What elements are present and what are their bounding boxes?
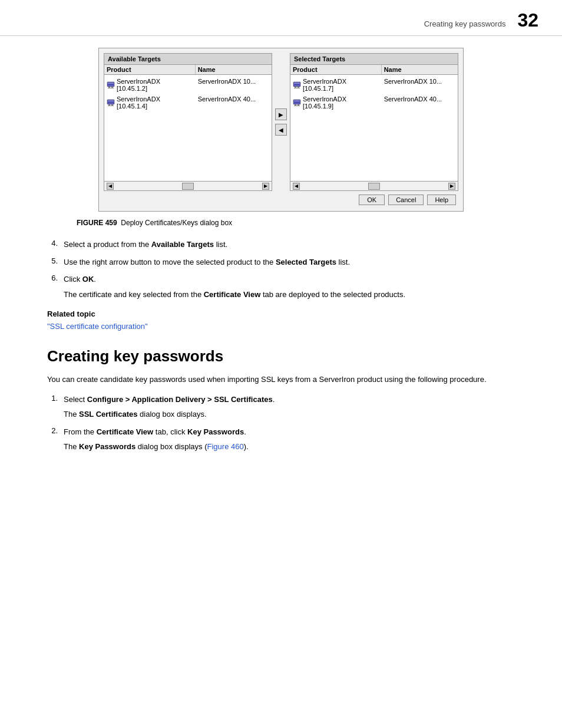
transfer-arrows: ▶ ◀	[272, 53, 290, 191]
selected-row2-name: ServerIronADX 40...	[382, 95, 458, 110]
server-icon	[107, 81, 115, 89]
available-targets-term: Available Targets	[151, 240, 214, 249]
selected-row1-name: ServerIronADX 10...	[382, 77, 458, 93]
cancel-button[interactable]: Cancel	[388, 195, 424, 205]
available-row2-product-text: ServerIronADX [10.45.1.4]	[117, 95, 193, 110]
step-1-sub: The SSL Certificates dialog box displays…	[64, 409, 515, 420]
svg-rect-8	[108, 102, 114, 103]
svg-rect-20	[294, 102, 300, 103]
selected-targets-table-header: Product Name	[290, 65, 458, 75]
available-targets-header: Available Targets	[104, 54, 272, 65]
certificate-view-term: Certificate View	[204, 290, 261, 299]
svg-rect-1	[108, 83, 114, 84]
figure-caption: FIGURE 459 Deploy Certificates/Keys dial…	[47, 219, 515, 227]
key-passwords-term: Key Passwords	[187, 427, 244, 436]
selected-row2-product: ServerIronADX [10.45.1.9]	[290, 95, 382, 110]
svg-rect-14	[294, 84, 300, 85]
svg-rect-21	[295, 104, 296, 106]
available-scrollbar: ◀ ▶	[104, 181, 272, 190]
ssl-cert-term: SSL Certificates	[79, 410, 137, 419]
step-number: 1.	[47, 394, 58, 420]
related-topic-heading: Related topic	[47, 309, 515, 318]
svg-rect-13	[294, 83, 300, 84]
move-left-button[interactable]: ◀	[275, 124, 287, 136]
svg-rect-4	[111, 87, 113, 88]
table-row[interactable]: ServerIronADX [10.45.1.4] ServerIronADX …	[104, 94, 272, 111]
page-header: Creating key passwords 32	[0, 0, 562, 36]
key-passwords-term2: Key Passwords	[79, 442, 135, 451]
section-steps-list: 1. Select Configure > Application Delive…	[47, 394, 515, 453]
configure-term: Configure > Application Delivery > SSL C…	[87, 395, 273, 404]
svg-rect-9	[108, 104, 110, 106]
step-6-sub: The certificate and key selected from th…	[64, 289, 515, 301]
table-row[interactable]: ServerIronADX [10.45.1.7] ServerIronADX …	[290, 76, 458, 94]
main-content: Available Targets Product Name	[0, 36, 562, 483]
list-item: 6. Click OK. The certificate and key sel…	[47, 274, 515, 300]
cert-view-term: Certificate View	[97, 427, 154, 436]
step-number: 6.	[47, 274, 58, 300]
table-row[interactable]: ServerIronADX [10.45.1.2] ServerIronADX …	[104, 76, 272, 94]
list-item: 5. Use the right arrow button to move th…	[47, 256, 515, 268]
available-col-product: Product	[104, 65, 196, 74]
selected-row2-product-text: ServerIronADX [10.45.1.9]	[303, 95, 379, 110]
table-row[interactable]: ServerIronADX [10.45.1.9] ServerIronADX …	[290, 94, 458, 111]
svg-rect-17	[294, 88, 300, 88]
step-2-content: From the Certificate View tab, click Key…	[64, 426, 515, 453]
available-targets-panel: Available Targets Product Name	[104, 53, 272, 191]
available-row1-name: ServerIronADX 10...	[196, 77, 272, 93]
svg-rect-10	[111, 104, 113, 106]
figure-caption-text: Deploy Certificates/Keys dialog box	[121, 219, 232, 227]
ok-button[interactable]: OK	[359, 195, 385, 205]
dialog-inner: Available Targets Product Name	[104, 53, 458, 191]
help-button[interactable]: Help	[427, 195, 456, 205]
svg-rect-5	[108, 88, 114, 88]
move-right-button[interactable]: ▶	[275, 108, 287, 120]
list-item: 2. From the Certificate View tab, click …	[47, 426, 515, 453]
header-title: Creating key passwords	[424, 19, 506, 28]
svg-rect-16	[297, 87, 299, 88]
steps-list: 4. Select a product from the Available T…	[47, 239, 515, 300]
selected-row1-product: ServerIronADX [10.45.1.7]	[290, 77, 382, 93]
list-item: 4. Select a product from the Available T…	[47, 239, 515, 251]
dialog-footer: OK Cancel Help	[104, 191, 458, 206]
selected-col-product: Product	[290, 65, 382, 74]
available-row1-product: ServerIronADX [10.45.1.2]	[104, 77, 196, 93]
selected-scroll-right-arrow[interactable]: ▶	[448, 183, 455, 190]
selected-scrollbar: ◀ ▶	[290, 181, 458, 190]
server-icon	[293, 81, 301, 89]
svg-rect-3	[108, 87, 110, 88]
svg-rect-22	[297, 104, 299, 106]
selected-row1-product-text: ServerIronADX [10.45.1.7]	[303, 78, 379, 92]
page-number: 32	[517, 11, 538, 29]
related-topic-link[interactable]: "SSL certificate configuration"	[47, 322, 148, 331]
step-5-content: Use the right arrow button to move the s…	[64, 256, 515, 268]
figure-dialog: Available Targets Product Name	[98, 48, 464, 212]
available-targets-body: ServerIronADX [10.45.1.2] ServerIronADX …	[104, 75, 272, 181]
available-row2-name: ServerIronADX 40...	[196, 95, 272, 110]
svg-rect-2	[108, 84, 114, 85]
ok-term: OK	[82, 275, 94, 284]
svg-rect-19	[294, 100, 300, 101]
step-4-content: Select a product from the Available Targ…	[64, 239, 515, 251]
svg-rect-15	[295, 87, 296, 88]
selected-scroll-thumb[interactable]	[368, 183, 380, 190]
server-icon	[293, 98, 301, 107]
selected-col-name: Name	[382, 65, 458, 74]
selected-targets-panel: Selected Targets Product Name	[290, 53, 458, 191]
scroll-thumb[interactable]	[182, 183, 194, 190]
scroll-left-arrow[interactable]: ◀	[107, 183, 114, 190]
step-number: 2.	[47, 426, 58, 453]
selected-targets-term: Selected Targets	[276, 258, 336, 266]
svg-rect-7	[108, 100, 114, 101]
svg-rect-23	[294, 106, 300, 106]
selected-targets-header: Selected Targets	[290, 54, 458, 65]
figure-label: FIGURE 459	[77, 219, 121, 227]
selected-targets-body: ServerIronADX [10.45.1.7] ServerIronADX …	[290, 75, 458, 181]
step-number: 5.	[47, 256, 58, 268]
step-1-content: Select Configure > Application Delivery …	[64, 394, 515, 420]
step-6-content: Click OK. The certificate and key select…	[64, 274, 515, 300]
figure-460-link[interactable]: Figure 460	[207, 442, 244, 451]
selected-scroll-left-arrow[interactable]: ◀	[293, 183, 300, 190]
scroll-right-arrow[interactable]: ▶	[262, 183, 269, 190]
section-heading: Creating key passwords	[47, 347, 515, 365]
